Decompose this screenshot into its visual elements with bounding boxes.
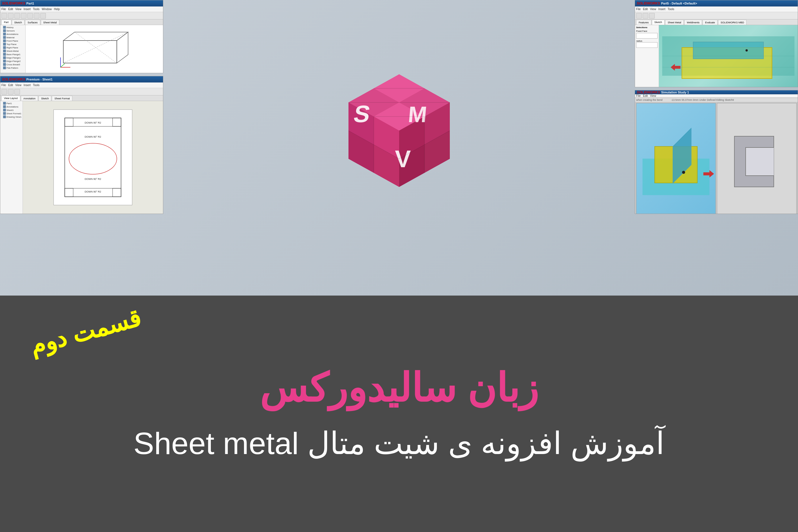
flat-pattern-svg: DOWN 90° R2 DOWN 90° R2 DOWN 90° R2 DOWN…: [59, 115, 127, 200]
menu-bar-left-top[interactable]: File Edit View Insert Tools Window Help: [0, 6, 163, 12]
sw-window-right-top: SOLIDWORKS Part5 - Default <Default> Fil…: [635, 0, 798, 87]
right-top-content: Selections Fixed Face radius: [635, 25, 798, 87]
tab-rt-sheetmetal[interactable]: Sheet Metal: [665, 20, 684, 25]
menu2-file[interactable]: File: [1, 83, 6, 87]
menu-file[interactable]: File: [1, 7, 6, 11]
statusbar-right-bottom: when creating the bend -13.5mm 55.07mm 0…: [635, 98, 798, 102]
tree-item-flat-pattern[interactable]: Flat-Pattern: [1, 66, 25, 70]
tree2-sheet[interactable]: Sheet1: [1, 108, 22, 112]
part-badge: قسمت دوم: [26, 304, 144, 360]
menu3-insert[interactable]: Insert: [659, 7, 665, 11]
titlebar-text-2: Premium - Sheet1: [26, 78, 53, 81]
tab-view[interactable]: View Layout: [1, 96, 20, 101]
tree-item-sensors[interactable]: Sensors: [1, 29, 25, 32]
bottom-section: قسمت دوم زبان ساليدوركس آموزش افزونه ی ش…: [0, 296, 798, 532]
feature-tree-left-bottom: Part1 Annotations Sheet1 Sheet Format1 D…: [0, 101, 23, 214]
tree-item-right-plane[interactable]: Right Plane: [1, 46, 25, 49]
toolbar-btn-3[interactable]: [14, 13, 20, 19]
tree-item-history[interactable]: History: [1, 25, 25, 29]
rt-radius-input[interactable]: [636, 42, 658, 48]
svg-text:DOWN 90° R2: DOWN 90° R2: [85, 177, 101, 180]
toolbar2-btn-2[interactable]: [8, 89, 14, 95]
tree-item-sheet-metal[interactable]: Sheet-Metal: [1, 49, 25, 53]
menu-edit[interactable]: Edit: [8, 7, 13, 11]
sw-window-right-bottom: SOLIDWORKS Simulation Study 1 File Edit …: [635, 90, 798, 214]
menu4-file[interactable]: File: [636, 94, 641, 97]
toolbar3-btn-1[interactable]: [636, 13, 642, 19]
rt-face-input[interactable]: [636, 33, 658, 39]
svg-point-52: [746, 49, 748, 52]
menu3-tools[interactable]: Tools: [668, 7, 674, 11]
tree-item-material[interactable]: Material: [1, 36, 25, 39]
tree-item-annotations[interactable]: Annotations: [1, 32, 25, 36]
toolbar-btn-7[interactable]: [40, 13, 46, 19]
tree2-sheet-format[interactable]: Sheet Format1: [1, 112, 22, 115]
menu2-insert[interactable]: Insert: [24, 83, 31, 87]
sw-window-left-bottom: SOLIDWORKS Premium - Sheet1 File Edit Vi…: [0, 76, 163, 214]
menu-insert[interactable]: Insert: [24, 7, 31, 11]
tree-item-cross-break[interactable]: Cross Break5: [1, 63, 25, 66]
tree-item-edge-flange1[interactable]: Edge-Flange1: [1, 56, 25, 59]
tab-surfaces[interactable]: Surfaces: [25, 20, 40, 25]
tab-rt-evaluate[interactable]: Evaluate: [703, 20, 718, 25]
center-logo: S V M: [315, 52, 483, 226]
tree2-drawing-view[interactable]: Drawing View1: [1, 115, 22, 118]
tab-sheetmetal[interactable]: Sheet Metal: [41, 20, 59, 25]
toolbar3-btn-3[interactable]: [649, 13, 655, 19]
svg-text:DOWN 90° R2: DOWN 90° R2: [85, 135, 101, 138]
tab-sketch[interactable]: Sketch: [12, 20, 25, 25]
tab-annotation[interactable]: Annotation: [21, 96, 38, 101]
menu4-edit[interactable]: Edit: [643, 94, 648, 97]
svg-rect-14: [65, 118, 73, 127]
menu-window[interactable]: Window: [42, 7, 52, 11]
tab-rt-sketch[interactable]: Sketch: [652, 20, 665, 25]
tree2-annotations[interactable]: Annotations: [1, 105, 22, 108]
tree2-part[interactable]: Part1: [1, 101, 22, 105]
menu3-view[interactable]: View: [650, 7, 656, 11]
toolbar2-btn-3[interactable]: [14, 89, 20, 95]
menu-bar-right-bottom[interactable]: File Edit View: [635, 94, 798, 98]
tab-rt-weldments[interactable]: Weldments: [684, 20, 702, 25]
menu2-tools[interactable]: Tools: [33, 83, 39, 87]
toolbar-btn-5[interactable]: [27, 13, 33, 19]
menu-bar-left-bottom[interactable]: File Edit View Insert Tools: [0, 82, 163, 88]
tab-rt-mbd[interactable]: SOLIDWORKS MBD: [718, 20, 747, 25]
toolbar-left-top: [0, 12, 163, 19]
svg-rect-61: [746, 148, 774, 176]
toolbar-btn-4[interactable]: [21, 13, 26, 19]
titlebar-text: Part1: [26, 2, 34, 5]
tab-sketch2[interactable]: Sketch: [39, 96, 52, 101]
toolbar-btn-2[interactable]: [8, 13, 14, 19]
toolbar3-btn-2[interactable]: [643, 13, 648, 19]
sub-title: آموزش افزونه ی شيت متال Sheet metal: [133, 423, 665, 463]
menu3-edit[interactable]: Edit: [643, 7, 648, 11]
menu-view[interactable]: View: [15, 7, 21, 11]
tree-item-top-plane[interactable]: Top Plane: [1, 42, 25, 46]
rb-left-svg: [636, 103, 716, 214]
sw-logo-4: SOLIDWORKS: [637, 90, 660, 94]
menu-tools[interactable]: Tools: [33, 7, 39, 11]
menu4-view[interactable]: View: [650, 94, 656, 97]
tree-item-edge-flange2[interactable]: Edge-Flange2: [1, 59, 25, 63]
menu2-view[interactable]: View: [15, 83, 21, 87]
menu-help[interactable]: Help: [54, 7, 60, 11]
tree-item-front-plane[interactable]: Front Plane: [1, 39, 25, 42]
svg-marker-0: [63, 40, 117, 63]
titlebar-left-top: SOLIDWORKS Part1: [0, 0, 163, 6]
tab-part[interactable]: Part: [1, 20, 11, 25]
toolbar-btn-1[interactable]: [1, 13, 7, 19]
toolbar-right-top: [635, 12, 798, 19]
tab-sheet-format[interactable]: Sheet Format: [52, 96, 72, 101]
menu3-file[interactable]: File: [636, 7, 641, 11]
menu-bar-right-top[interactable]: File Edit View Insert Tools: [635, 6, 798, 12]
content-area-left-top: History Sensors Annotations Material Fro…: [0, 25, 163, 73]
toolbar2-btn-1[interactable]: [1, 89, 7, 95]
toolbar-btn-6[interactable]: [34, 13, 39, 19]
tree-item-base-flange[interactable]: Base-Flange1: [1, 53, 25, 56]
tab-rt-features[interactable]: Features: [636, 20, 651, 25]
main-title-farsi: زبان ساليدوركس: [260, 364, 538, 412]
svg-point-22: [69, 143, 117, 174]
feature-tree-left-top: History Sensors Annotations Material Fro…: [0, 25, 25, 73]
menu2-edit[interactable]: Edit: [8, 83, 13, 87]
sw-logo: SOLIDWORKS: [2, 1, 25, 5]
